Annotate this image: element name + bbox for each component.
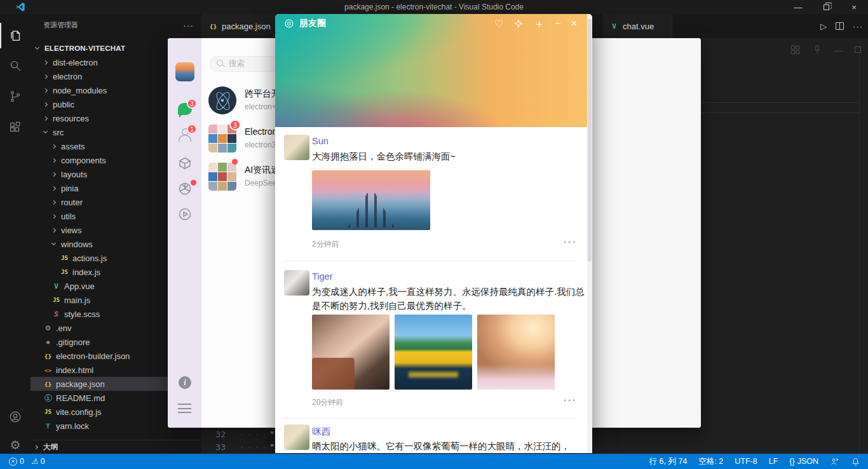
post-author-name[interactable]: Sun bbox=[312, 136, 329, 146]
contacts-badge: 1 bbox=[187, 124, 197, 134]
moments-flower-icon bbox=[284, 18, 294, 29]
tree-item-label: pinia bbox=[61, 184, 78, 193]
chevron-down-icon bbox=[35, 45, 39, 50]
avatar-grid-cell bbox=[208, 134, 217, 143]
post-image-sunset-pier[interactable] bbox=[312, 170, 430, 230]
chat-minimize-button[interactable]: — bbox=[834, 44, 843, 55]
unread-dot bbox=[232, 159, 238, 165]
chevron-right-icon bbox=[43, 60, 48, 64]
menu-hamburger-icon[interactable] bbox=[178, 404, 191, 413]
pin-icon[interactable] bbox=[812, 44, 822, 55]
unread-badge: 3 bbox=[229, 119, 241, 130]
avatar-grid-cell bbox=[227, 182, 236, 191]
tree-item-label: .env bbox=[56, 323, 72, 333]
post-image-girl-glasses[interactable] bbox=[312, 315, 390, 390]
new-post-plus-icon[interactable]: ＋ bbox=[534, 17, 545, 31]
post-author-avatar[interactable] bbox=[284, 270, 309, 296]
app-grid-icon[interactable] bbox=[790, 44, 801, 55]
chevron-right-icon bbox=[51, 200, 56, 204]
post-text: 晒太阳的小猫咪。它有一双像紫葡萄一样的大眼睛，水汪汪的， bbox=[312, 439, 589, 453]
line-number: 33 bbox=[201, 442, 226, 452]
avatar-grid-cell bbox=[208, 144, 217, 153]
extensions-icon[interactable] bbox=[0, 114, 31, 140]
post-author-name[interactable]: 咪西 bbox=[312, 426, 330, 438]
post-author-avatar[interactable] bbox=[284, 135, 309, 160]
post-time: 20分钟前 bbox=[312, 397, 343, 408]
chat-maximize-button[interactable] bbox=[855, 46, 861, 53]
outline-section[interactable]: 大纲 bbox=[31, 440, 201, 454]
post-menu-dots-icon[interactable]: ··· bbox=[564, 239, 577, 245]
star-pin-icon[interactable] bbox=[513, 18, 524, 29]
avatar-grid-cell bbox=[218, 144, 227, 153]
tree-item-label: layouts bbox=[61, 170, 87, 179]
avatar-grid-cell bbox=[218, 172, 227, 181]
editor-scrollbar-divider bbox=[859, 38, 860, 454]
account-icon[interactable] bbox=[0, 404, 31, 430]
git-file-icon bbox=[43, 339, 53, 345]
window-close-button[interactable]: × bbox=[840, 0, 868, 14]
avatar-grid-cell bbox=[208, 172, 217, 181]
run-button[interactable]: ▷ bbox=[820, 22, 827, 31]
editor-more-actions-icon[interactable]: ··· bbox=[853, 22, 863, 31]
avatar-grid-cell bbox=[218, 134, 227, 143]
chevron-right-icon bbox=[51, 172, 56, 176]
tree-item-label: src bbox=[53, 128, 64, 137]
tree-item-label: assets bbox=[61, 142, 85, 151]
encoding[interactable]: UTF-8 bbox=[735, 457, 757, 466]
post-text: 大海拥抱落日，金色余晖铺满海面~ bbox=[312, 149, 589, 163]
tree-item-label: actions.js bbox=[72, 254, 107, 263]
split-editor-icon[interactable] bbox=[836, 22, 844, 30]
tree-item-label: electron-builder.json bbox=[56, 351, 130, 361]
tab-label: chat.vue bbox=[623, 22, 654, 31]
js-file-icon bbox=[59, 255, 70, 261]
json-file-icon bbox=[208, 23, 219, 30]
info-icon[interactable]: i bbox=[179, 376, 191, 389]
notifications-bell-icon[interactable] bbox=[851, 457, 860, 466]
screen: package.json - electron-vitechat - Visua… bbox=[0, 0, 868, 469]
tab-label: package.json bbox=[222, 22, 271, 31]
source-control-icon[interactable] bbox=[0, 84, 31, 109]
chats-badge: 3 bbox=[187, 99, 197, 109]
indentation[interactable]: 空格: 2 bbox=[698, 456, 723, 467]
window-minimize-button[interactable]: — bbox=[784, 0, 812, 14]
moments-new-dot bbox=[191, 180, 196, 186]
editor-background bbox=[701, 38, 868, 454]
feedback-icon[interactable] bbox=[830, 457, 839, 466]
moments-close-button[interactable]: × bbox=[571, 18, 577, 29]
search-icon[interactable] bbox=[0, 53, 31, 79]
cursor-position[interactable]: 行 6, 列 74 bbox=[649, 456, 688, 467]
magnifier-icon bbox=[217, 60, 225, 68]
play-circle-icon[interactable] bbox=[177, 207, 193, 222]
chevron-right-icon bbox=[51, 228, 56, 232]
tree-item-label: index.js bbox=[72, 268, 100, 277]
heart-icon[interactable]: ♡ bbox=[494, 18, 503, 30]
cube-icon[interactable] bbox=[177, 156, 193, 171]
post-text: 为变成迷人的样子,我一直这样努力。永远保持最纯真的样子.我们总是不断的努力,找到… bbox=[312, 285, 589, 313]
eol-sequence[interactable]: LF bbox=[769, 457, 778, 466]
explorer-more-icon[interactable]: ··· bbox=[183, 20, 194, 31]
post-menu-dots-icon[interactable]: ··· bbox=[564, 397, 577, 404]
js-file-icon bbox=[43, 409, 53, 415]
gear-file-icon bbox=[43, 324, 53, 332]
post-author-name[interactable]: Tiger bbox=[312, 271, 333, 282]
avatar-grid-cell bbox=[218, 182, 227, 191]
post-image-girl-sunshine[interactable] bbox=[477, 315, 555, 390]
chevron-right-icon bbox=[51, 144, 56, 148]
post-image-yellow-train[interactable] bbox=[395, 315, 472, 390]
problems-warnings[interactable]: ⚠ 0 bbox=[27, 457, 45, 466]
group-grid-avatar bbox=[208, 163, 236, 191]
user-avatar[interactable] bbox=[175, 62, 194, 81]
window-restore-button[interactable] bbox=[812, 0, 840, 14]
whitespace-dots: ···· bbox=[240, 442, 269, 452]
moments-scrollbar-thumb[interactable] bbox=[588, 19, 592, 262]
tab-chat-vue[interactable]: chat.vue bbox=[602, 14, 672, 38]
explorer-icon[interactable] bbox=[0, 23, 31, 48]
moments-minimize-button[interactable]: − bbox=[555, 18, 560, 29]
json-file-icon bbox=[43, 353, 53, 360]
problems-errors[interactable]: × 0 bbox=[9, 457, 24, 466]
tab-package-json[interactable]: package.json × bbox=[201, 14, 275, 38]
chevron-right-icon bbox=[51, 158, 56, 162]
post-author-avatar[interactable] bbox=[284, 425, 309, 450]
whitespace-dots: ···· bbox=[240, 430, 269, 439]
language-mode[interactable]: {} JSON bbox=[789, 457, 818, 466]
